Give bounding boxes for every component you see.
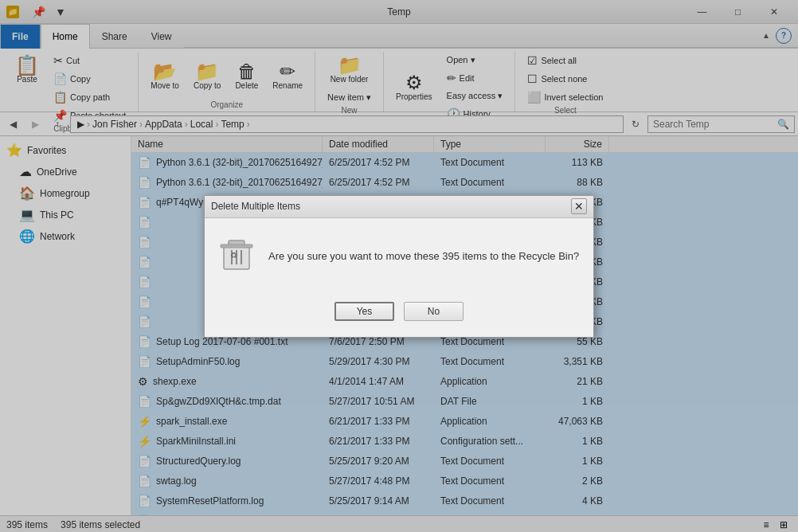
dialog-buttons: Yes No [205,295,593,337]
dialog-close-button[interactable]: ✕ [571,198,587,214]
dialog-message: Are you sure you want to move these 395 … [268,249,579,264]
dialog-title: Delete Multiple Items [211,201,300,212]
recycle-bin-icon: ♻ [217,234,256,280]
svg-rect-2 [221,244,252,248]
dialog-titlebar: Delete Multiple Items ✕ [205,196,593,218]
dialog-body: ♻ Are you sure you want to move these 39… [205,218,593,295]
dialog-no-button[interactable]: No [404,302,464,321]
delete-dialog: Delete Multiple Items ✕ ♻ Are you sure y… [204,195,594,338]
dialog-yes-button[interactable]: Yes [334,302,394,321]
svg-text:♻: ♻ [230,251,237,260]
dialog-overlay: Delete Multiple Items ✕ ♻ Are you sure y… [0,0,798,532]
